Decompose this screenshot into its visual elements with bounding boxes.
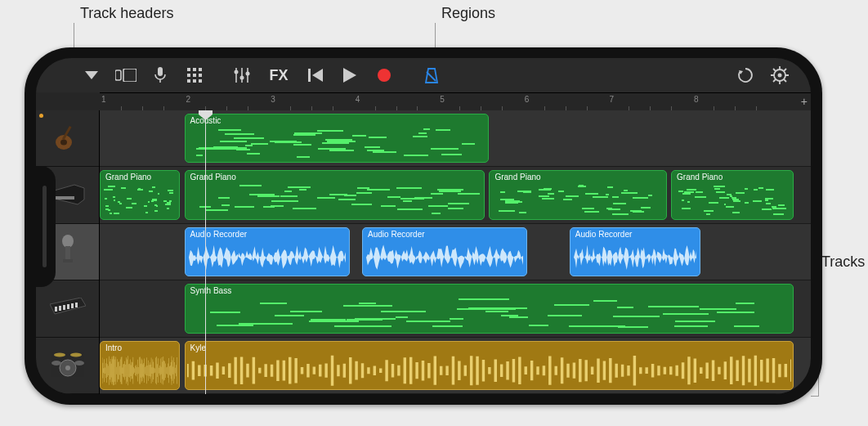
- track-lane-audio[interactable]: Audio RecorderAudio RecorderAudio Record…: [100, 224, 811, 280]
- ruler-bar-label: 6: [525, 95, 530, 104]
- region[interactable]: Grand Piano: [100, 170, 180, 219]
- svg-rect-48: [67, 304, 69, 309]
- svg-rect-13: [199, 79, 202, 83]
- svg-point-15: [235, 70, 239, 74]
- region-label: Grand Piano: [494, 173, 540, 182]
- region[interactable]: Audio Recorder: [570, 227, 701, 276]
- svg-rect-49: [71, 303, 74, 308]
- svg-line-35: [773, 79, 776, 82]
- svg-rect-20: [308, 69, 311, 82]
- svg-rect-1: [115, 70, 121, 80]
- region[interactable]: Grand Piano: [489, 170, 667, 219]
- home-indicator: [43, 186, 47, 267]
- mic-icon: [58, 235, 78, 270]
- grid-button[interactable]: [178, 63, 211, 87]
- track-view-button[interactable]: [110, 63, 142, 87]
- region[interactable]: Audio Recorder: [185, 227, 350, 276]
- garageband-app: FX: [36, 58, 811, 394]
- ruler-gutter: [36, 92, 100, 110]
- svg-point-28: [778, 74, 782, 78]
- region-label: Grand Piano: [677, 173, 723, 182]
- add-bar-button[interactable]: +: [801, 95, 808, 108]
- ruler-bar-label: 2: [186, 95, 191, 104]
- mute-indicator: [39, 114, 43, 118]
- region-label: Synth Bass: [190, 286, 232, 295]
- track-header-synth[interactable]: [36, 280, 99, 337]
- svg-rect-7: [199, 68, 202, 71]
- ruler[interactable]: + 12345678: [100, 92, 811, 110]
- svg-line-33: [773, 69, 776, 71]
- region-label: Grand Piano: [190, 173, 236, 182]
- device-frame: FX: [25, 47, 822, 405]
- track-header-drums[interactable]: [36, 338, 99, 394]
- svg-rect-5: [187, 68, 190, 71]
- region[interactable]: Grand Piano: [671, 170, 794, 219]
- track-lane-piano[interactable]: Grand PianoGrand PianoGrand PianoGrand P…: [100, 167, 811, 223]
- view-menu-button[interactable]: [75, 63, 108, 87]
- region-label: Audio Recorder: [368, 230, 424, 239]
- svg-line-34: [784, 79, 786, 82]
- svg-rect-11: [187, 79, 190, 83]
- region[interactable]: Acoustic: [185, 114, 490, 163]
- ruler-bar-label: 7: [609, 95, 614, 104]
- svg-line-36: [784, 69, 786, 71]
- region[interactable]: Synth Bass: [185, 284, 794, 333]
- svg-point-56: [70, 353, 82, 357]
- svg-rect-42: [65, 246, 70, 259]
- track-lane-synth[interactable]: Synth Bass: [100, 280, 811, 337]
- keyboard-icon: [50, 298, 86, 320]
- svg-marker-21: [312, 69, 323, 82]
- svg-marker-57: [199, 110, 213, 120]
- svg-rect-2: [123, 69, 136, 82]
- metronome-button[interactable]: [415, 63, 448, 87]
- region-label: Audio Recorder: [190, 230, 247, 239]
- record-button[interactable]: [368, 63, 400, 87]
- ruler-bar-label: 8: [694, 95, 699, 104]
- svg-line-25: [427, 72, 436, 81]
- svg-point-52: [65, 365, 70, 370]
- ruler-bar-label: 4: [356, 95, 360, 104]
- track-lane-drums[interactable]: IntroKyle: [100, 338, 811, 394]
- svg-rect-6: [193, 68, 196, 71]
- track-header-guitar[interactable]: [36, 110, 99, 167]
- region-label: Intro: [105, 343, 122, 352]
- svg-rect-10: [199, 74, 202, 77]
- tracks-area[interactable]: AcousticGrand PianoGrand PianoGrand Pian…: [100, 110, 811, 394]
- annotation-track-headers: Track headers: [80, 5, 173, 22]
- loop-browser-button[interactable]: [729, 63, 762, 87]
- ruler-bar-label: 3: [271, 95, 275, 104]
- mixer-button[interactable]: [226, 63, 258, 87]
- annotation-tracks: Tracks: [821, 253, 865, 271]
- svg-rect-40: [55, 196, 74, 200]
- guitar-icon: [51, 121, 84, 156]
- svg-rect-3: [158, 67, 163, 76]
- svg-marker-22: [343, 68, 356, 83]
- region-label: Kyle: [190, 343, 206, 352]
- svg-point-54: [74, 361, 84, 365]
- settings-button[interactable]: [763, 63, 796, 87]
- region-label: Grand Piano: [105, 173, 151, 182]
- svg-rect-12: [193, 79, 196, 83]
- mic-button[interactable]: [144, 63, 177, 87]
- svg-rect-50: [75, 303, 78, 307]
- svg-marker-0: [85, 71, 98, 79]
- region[interactable]: Intro: [100, 341, 180, 390]
- svg-rect-9: [193, 74, 196, 77]
- svg-point-41: [62, 235, 74, 248]
- play-button[interactable]: [333, 63, 366, 87]
- fx-button[interactable]: FX: [260, 63, 298, 87]
- region[interactable]: Grand Piano: [185, 170, 485, 219]
- region[interactable]: Kyle: [185, 341, 794, 390]
- rewind-button[interactable]: [299, 63, 332, 87]
- svg-rect-46: [59, 306, 61, 311]
- svg-rect-47: [63, 305, 65, 310]
- svg-point-53: [51, 361, 61, 365]
- playhead[interactable]: [205, 110, 206, 394]
- svg-point-55: [54, 353, 65, 357]
- svg-rect-8: [187, 74, 190, 77]
- svg-rect-43: [63, 259, 73, 262]
- region[interactable]: Audio Recorder: [362, 227, 527, 276]
- svg-rect-45: [55, 307, 57, 312]
- svg-point-38: [60, 139, 67, 145]
- ruler-bar-label: 5: [440, 95, 445, 104]
